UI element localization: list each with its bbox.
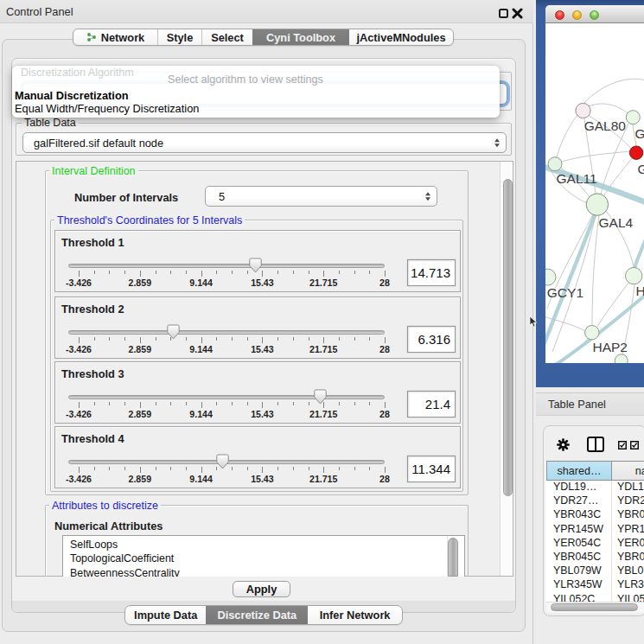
tab-impute-data[interactable]: Impute Data <box>125 606 206 624</box>
network-edge[interactable] <box>601 124 628 194</box>
network-edge[interactable] <box>562 151 630 162</box>
control-panel-title: Control Panel <box>6 5 73 18</box>
slider-tick <box>247 467 248 470</box>
GAL-node[interactable] <box>626 111 640 124</box>
float-window-icon[interactable] <box>499 9 508 18</box>
slider-thumb[interactable] <box>249 258 262 273</box>
slider-track[interactable] <box>68 264 385 268</box>
threshold-label: Threshold 3 <box>61 367 124 380</box>
threshold-value-field[interactable]: 14.713 <box>407 259 456 286</box>
slider-tick <box>354 271 355 274</box>
slider-tick <box>293 402 294 405</box>
slider-tick <box>232 337 233 341</box>
cell-shared-name: YBR043C <box>553 508 601 520</box>
slider-thumb[interactable] <box>167 324 180 340</box>
tab-label: jActiveMNodules <box>356 31 445 44</box>
threshold-value-field[interactable]: 11.344 <box>407 456 456 482</box>
tab-discretize-data[interactable]: Discretize Data <box>206 606 308 624</box>
slider-thumb[interactable] <box>216 454 229 469</box>
GAL11-node[interactable] <box>548 157 562 171</box>
GAL4-node[interactable] <box>586 194 608 215</box>
numerical-attributes-list[interactable]: SelfLoopsTopologicalCoefficientBetweenne… <box>62 535 465 577</box>
cell-name: YPR145W <box>617 523 644 535</box>
column-separator <box>611 481 612 602</box>
network-edge[interactable] <box>545 338 588 363</box>
slider-tick <box>293 467 294 470</box>
attribute-item[interactable]: BetweennessCentrality <box>70 567 180 577</box>
slider-tick <box>94 467 95 470</box>
tab-select[interactable]: Select <box>201 29 252 45</box>
tab-jactivemnodules[interactable]: jActiveMNodules <box>349 29 453 45</box>
checkbox-icon[interactable] <box>630 441 639 450</box>
slider-tick <box>216 337 217 341</box>
threshold-value-field[interactable]: 21.4 <box>407 391 456 418</box>
network-edge[interactable] <box>557 115 577 157</box>
slider-tick <box>201 402 202 408</box>
table-hscrollbar-thumb[interactable] <box>551 603 638 611</box>
HAP2-node[interactable] <box>585 326 599 340</box>
network-edge[interactable] <box>583 79 644 104</box>
threshold-panel-3: Threshold 3-3.4262.8599.14415.4321.71528… <box>54 361 461 424</box>
threshold-value-field[interactable]: 6.316 <box>407 326 456 353</box>
number-of-intervals-value: 5 <box>206 190 225 203</box>
minimize-traffic-light[interactable] <box>572 10 582 20</box>
cell-name: YBL079W <box>617 564 644 577</box>
GCY1-node[interactable] <box>545 269 556 285</box>
GAL80-node[interactable] <box>576 103 590 118</box>
bottom-tab-bar: Impute DataDiscretize DataInfer Network <box>124 605 403 625</box>
slider-tick-label: 2.859 <box>129 277 152 288</box>
popup-item-equal-width[interactable]: Equal Width/Frequency Discretization <box>15 102 199 115</box>
slider-tick <box>385 467 386 473</box>
apply-button[interactable]: Apply <box>233 581 290 597</box>
split-view-icon[interactable] <box>587 437 604 452</box>
threshold-panel-1: Threshold 1-3.4262.8599.14415.4321.71528… <box>54 230 461 292</box>
network-edge[interactable] <box>592 215 599 325</box>
tab-infer-network[interactable]: Infer Network <box>308 606 402 624</box>
zoom-traffic-light[interactable] <box>590 10 599 20</box>
combo-arrows-icon <box>425 192 430 201</box>
slider-tick-label: 28 <box>379 344 390 354</box>
tab-style[interactable]: Style <box>157 29 201 45</box>
slider-tick <box>109 467 110 470</box>
slider-tick <box>323 337 324 343</box>
tab-network[interactable]: Network <box>73 29 157 45</box>
column-header-shared-name[interactable]: shared… <box>546 461 612 481</box>
network-canvas[interactable]: GAL80GAGAGAL11GAL4GCY1HHAP2 <box>545 23 644 363</box>
slider-tick <box>262 337 263 343</box>
number-of-intervals-combobox[interactable]: 5 <box>205 186 437 207</box>
slider-tick <box>156 271 156 274</box>
bottom-node[interactable] <box>615 354 628 363</box>
attributes-list-scrollbar-thumb[interactable] <box>448 538 458 577</box>
close-traffic-light[interactable] <box>555 10 564 20</box>
network-edge-highlighted[interactable] <box>634 239 644 271</box>
close-icon[interactable] <box>512 7 523 19</box>
network-window-titlebar[interactable] <box>545 5 644 23</box>
gear-icon[interactable] <box>557 438 570 451</box>
tab-cyni-toolbox[interactable]: Cyni Toolbox <box>252 29 349 45</box>
network-edge[interactable] <box>589 104 628 113</box>
slider-track[interactable] <box>68 330 385 335</box>
popup-item-manual-discretization[interactable]: Manual Discretization <box>15 89 129 102</box>
slider-thumb[interactable] <box>314 389 327 405</box>
red-node[interactable] <box>629 146 642 159</box>
attribute-item[interactable]: SelfLoops <box>70 539 118 551</box>
slider-track[interactable] <box>68 395 385 399</box>
cell-shared-name: YER054C <box>553 537 601 549</box>
node-attribute-table: shared… name YDL19…YDL19…YDR27…YDR27…YBR… <box>545 461 644 602</box>
attributes-group-title: Attributes to discretize <box>49 500 161 512</box>
slider-tick-label: 15.43 <box>251 409 274 419</box>
threshold-coordinates-title: Threshold's Coordinates for 5 Intervals <box>54 214 245 226</box>
popup-item-placeholder[interactable]: Select algorithm to view settings <box>168 73 323 86</box>
H-node[interactable] <box>626 267 642 284</box>
column-header-name[interactable]: name <box>612 461 644 481</box>
slider-tick <box>339 271 340 274</box>
attribute-item[interactable]: TopologicalCoefficient <box>70 552 174 564</box>
checkbox-icon[interactable] <box>618 441 627 450</box>
slider-tick <box>339 337 340 341</box>
slider-tick <box>201 467 202 473</box>
slider-tick <box>309 271 309 274</box>
slider-tick <box>339 402 340 405</box>
slider-tick-label: 2.859 <box>129 409 152 419</box>
table-data-combobox[interactable]: galFiltered.sif default node <box>22 132 507 153</box>
settings-scrollbar-thumb[interactable] <box>503 179 513 496</box>
